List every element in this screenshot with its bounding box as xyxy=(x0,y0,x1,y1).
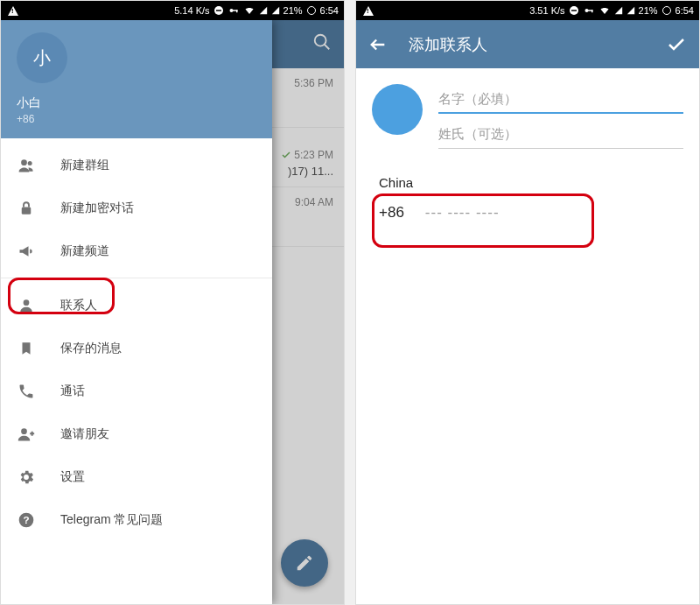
person-add-icon xyxy=(17,426,36,443)
help-icon: ? xyxy=(17,511,36,529)
svg-rect-4 xyxy=(236,10,238,12)
svg-rect-16 xyxy=(571,10,577,11)
megaphone-icon xyxy=(17,243,36,260)
svg-point-11 xyxy=(24,299,30,306)
dnd-icon xyxy=(214,5,224,16)
avatar[interactable]: 小 xyxy=(17,32,67,83)
battery-icon xyxy=(662,5,672,16)
drawer-item-invite[interactable]: 邀请朋友 xyxy=(1,412,272,455)
drawer-item-contacts[interactable]: 联系人 xyxy=(1,284,272,327)
wifi-icon xyxy=(243,5,256,16)
divider xyxy=(1,278,272,278)
phone-input-row[interactable]: +86 --- ---- ---- xyxy=(379,204,683,222)
drawer-item-label: 邀请朋友 xyxy=(60,426,109,442)
profile-phone: +86 xyxy=(17,113,256,125)
drawer-item-label: 新建群组 xyxy=(60,158,109,173)
drawer-scrim[interactable] xyxy=(272,20,344,604)
drawer-item-settings[interactable]: 设置 xyxy=(1,455,272,498)
group-icon xyxy=(17,157,36,174)
phone-icon xyxy=(17,383,36,400)
phone-left: 5.14 K/s 21% 6:54 5:36 PM xyxy=(0,0,345,605)
drawer-item-label: 联系人 xyxy=(60,298,97,313)
clock: 6:54 xyxy=(676,5,694,16)
svg-point-9 xyxy=(28,161,32,165)
vpn-key-icon xyxy=(228,5,240,16)
profile-name: 小白 xyxy=(17,95,256,111)
signal-icon-2 xyxy=(626,5,635,16)
drawer-item-label: 保存的消息 xyxy=(60,341,122,356)
signal-icon xyxy=(259,5,268,16)
navigation-drawer: 小 小白 +86 新建群组 新建加密对话 新建频道 联系人 xyxy=(1,20,272,604)
status-bar: 5.14 K/s 21% 6:54 xyxy=(1,1,344,20)
avatar-letter: 小 xyxy=(33,46,51,70)
battery-percent: 21% xyxy=(639,5,658,16)
country-code[interactable]: +86 xyxy=(379,204,404,222)
gear-icon xyxy=(17,468,36,486)
svg-rect-10 xyxy=(22,207,32,214)
svg-rect-1 xyxy=(216,10,221,11)
battery-icon xyxy=(306,5,317,16)
dnd-icon xyxy=(569,5,579,16)
drawer-item-label: 新建加密对话 xyxy=(60,200,134,216)
svg-point-8 xyxy=(21,159,27,165)
warning-icon xyxy=(8,6,18,16)
status-bar: 3.51 K/s 21% 6:54 xyxy=(356,1,699,20)
drawer-list: 新建群组 新建加密对话 新建频道 联系人 保存的消息 通话 xyxy=(1,138,272,541)
drawer-item-new-channel[interactable]: 新建频道 xyxy=(1,229,272,272)
avatar-placeholder xyxy=(372,84,423,135)
country-selector[interactable]: China xyxy=(379,175,683,190)
svg-point-5 xyxy=(307,7,315,15)
svg-point-12 xyxy=(21,428,27,434)
page-title: 添加联系人 xyxy=(409,34,645,55)
person-icon xyxy=(17,297,36,314)
battery-percent: 21% xyxy=(284,5,303,16)
signal-icon xyxy=(614,5,623,16)
drawer-item-new-secret[interactable]: 新建加密对话 xyxy=(1,186,272,229)
phone-number-field[interactable]: --- ---- ---- xyxy=(425,204,500,222)
svg-point-20 xyxy=(662,7,670,15)
network-speed: 5.14 K/s xyxy=(174,5,209,16)
phone-right: 3.51 K/s 21% 6:54 添加联系人 China +86 xyxy=(355,0,700,605)
drawer-item-label: 新建频道 xyxy=(60,243,109,259)
signal-icon-2 xyxy=(271,5,280,16)
wifi-icon xyxy=(598,5,611,16)
bookmark-icon xyxy=(17,340,36,357)
svg-text:?: ? xyxy=(23,514,29,525)
vpn-key-icon xyxy=(583,5,595,16)
network-speed: 3.51 K/s xyxy=(529,5,564,16)
svg-rect-19 xyxy=(592,10,593,12)
back-icon[interactable] xyxy=(368,35,388,54)
drawer-header: 小 小白 +86 xyxy=(1,20,272,138)
lock-icon xyxy=(17,200,36,217)
drawer-item-saved[interactable]: 保存的消息 xyxy=(1,327,272,369)
last-name-field[interactable] xyxy=(438,119,683,149)
add-contact-form: China +86 --- ---- ---- xyxy=(356,68,699,237)
clock: 6:54 xyxy=(320,5,339,16)
drawer-item-faq[interactable]: ? Telegram 常见问题 xyxy=(1,498,272,541)
drawer-item-calls[interactable]: 通话 xyxy=(1,369,272,412)
app-bar: 添加联系人 xyxy=(356,20,699,68)
warning-icon xyxy=(363,6,374,16)
first-name-field[interactable] xyxy=(438,84,683,114)
drawer-item-new-group[interactable]: 新建群组 xyxy=(1,144,272,186)
drawer-item-label: 通话 xyxy=(60,383,85,399)
confirm-icon[interactable] xyxy=(666,34,687,55)
drawer-item-label: Telegram 常见问题 xyxy=(60,512,163,528)
drawer-item-label: 设置 xyxy=(60,469,85,485)
